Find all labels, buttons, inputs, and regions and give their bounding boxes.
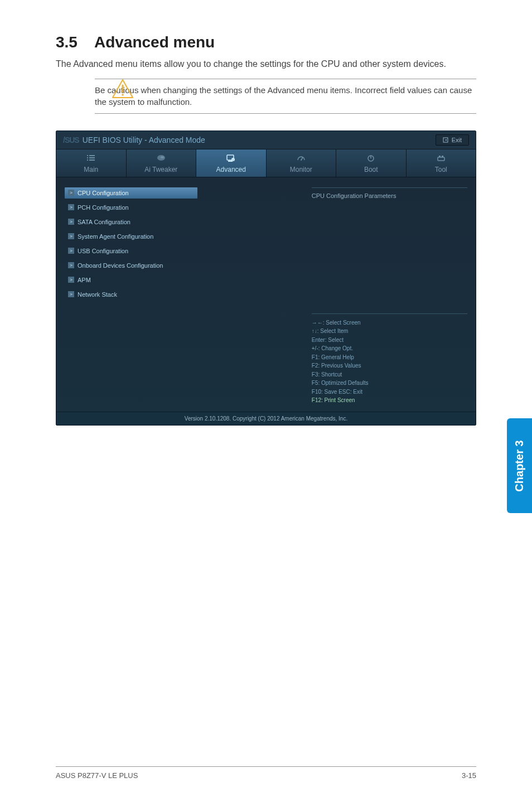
advanced-icon: i: [196, 154, 266, 163]
chapter-side-tab: Chapter 3: [507, 418, 532, 513]
bios-brand-logo: /SUS: [63, 136, 79, 144]
hint-line: Enter: Select: [312, 336, 467, 345]
menu-item-label: System Agent Configuration: [78, 233, 153, 240]
hint-line: F3: Shortcut: [312, 370, 467, 379]
svg-rect-22: [442, 156, 443, 157]
tab-main[interactable]: Main: [56, 149, 127, 177]
menu-item-system-agent-configuration[interactable]: >System Agent Configuration: [65, 231, 306, 242]
tweaker-icon: [127, 154, 196, 163]
chevron-right-icon: >: [68, 262, 74, 268]
footer-right: 3-15: [462, 771, 476, 780]
chapter-side-tab-label: Chapter 3: [513, 440, 526, 491]
svg-text:i: i: [233, 158, 234, 161]
tab-boot[interactable]: Boot: [336, 149, 407, 177]
section-number: 3.5: [56, 33, 78, 51]
chevron-right-icon: >: [68, 248, 74, 254]
hint-line: F1: General Help: [312, 353, 467, 362]
chevron-right-icon: >: [68, 204, 74, 210]
tab-label: Advanced: [196, 166, 266, 173]
menu-item-cpu-configuration[interactable]: >CPU Configuration: [65, 187, 197, 199]
menu-item-label: Onboard Devices Configuration: [78, 262, 163, 269]
svg-rect-20: [438, 157, 444, 161]
chevron-right-icon: >: [68, 291, 74, 297]
menu-item-label: PCH Configuration: [78, 204, 129, 211]
menu-item-usb-configuration[interactable]: >USB Configuration: [65, 245, 306, 257]
hint-line: +/-: Change Opt.: [312, 344, 467, 353]
menu-item-label: USB Configuration: [78, 248, 128, 254]
warning-icon: [112, 79, 134, 101]
exit-label: Exit: [452, 137, 462, 143]
tab-label: Monitor: [267, 166, 336, 173]
footer-left: ASUS P8Z77-V LE PLUS: [56, 771, 138, 780]
menu-item-onboard-devices-configuration[interactable]: >Onboard Devices Configuration: [65, 260, 306, 271]
svg-point-2: [122, 94, 124, 96]
menu-item-sata-configuration[interactable]: >SATA Configuration: [65, 216, 306, 228]
tool-icon: [407, 154, 476, 163]
tab-bar: MainAi TweakeriAdvancedMonitorBootTool: [56, 149, 476, 177]
menu-item-label: APM: [78, 277, 91, 283]
menu-item-label: Network Stack: [78, 291, 117, 298]
tab-label: Tool: [407, 166, 476, 173]
menu-item-label: SATA Configuration: [78, 219, 130, 225]
exit-icon: [443, 137, 448, 143]
menu-item-apm[interactable]: >APM: [65, 274, 306, 286]
bios-utility-title: UEFI BIOS Utility - Advanced Mode: [83, 136, 205, 144]
section-heading: 3.5Advanced menu: [56, 33, 476, 51]
section-description: The Advanced menu items allow you to cha…: [56, 58, 476, 70]
svg-point-11: [161, 156, 164, 158]
menu-item-pch-configuration[interactable]: >PCH Configuration: [65, 202, 306, 213]
hint-line: F2: Previous Values: [312, 361, 467, 370]
hints-panel: →←: Select Screen↑↓: Select ItemEnter: S…: [312, 313, 467, 405]
chevron-right-icon: >: [68, 277, 74, 283]
page-footer: ASUS P8Z77-V LE PLUS 3-15: [56, 766, 476, 780]
svg-point-17: [301, 160, 302, 161]
hint-line: F10: Save ESC: Exit: [312, 388, 467, 397]
power-icon: [336, 154, 406, 163]
chevron-right-icon: >: [68, 190, 74, 196]
monitor-icon: [267, 154, 336, 163]
bios-window: /SUS UEFI BIOS Utility - Advanced Mode E…: [56, 131, 476, 426]
hint-line: F5: Optimized Defaults: [312, 379, 467, 388]
list-icon: [56, 154, 126, 163]
tab-label: Boot: [336, 166, 406, 173]
hint-line: F12: Print Screen: [312, 396, 467, 405]
tab-label: Ai Tweaker: [127, 166, 196, 173]
exit-button[interactable]: Exit: [436, 134, 469, 146]
hint-line: →←: Select Screen: [312, 318, 467, 327]
tab-ai-tweaker[interactable]: Ai Tweaker: [127, 149, 197, 177]
chevron-right-icon: >: [68, 219, 74, 225]
tab-tool[interactable]: Tool: [407, 149, 476, 177]
chevron-right-icon: >: [68, 233, 74, 239]
menu-item-label: CPU Configuration: [78, 190, 129, 196]
hint-line: ↑↓: Select Item: [312, 327, 467, 336]
bios-titlebar: /SUS UEFI BIOS Utility - Advanced Mode E…: [56, 131, 476, 149]
svg-rect-21: [439, 156, 441, 157]
info-panel-title: CPU Configuration Parameters: [312, 187, 467, 199]
tab-advanced[interactable]: iAdvanced: [196, 149, 267, 177]
warning-text: Be cautious when changing the settings o…: [95, 85, 476, 108]
svg-rect-13: [228, 161, 233, 162]
section-title: Advanced menu: [94, 33, 215, 51]
tab-label: Main: [56, 166, 126, 173]
menu-item-network-stack[interactable]: >Network Stack: [65, 289, 306, 300]
bios-footer: Version 2.10.1208. Copyright (C) 2012 Am…: [56, 412, 476, 425]
menu-list: >CPU Configuration>PCH Configuration>SAT…: [65, 187, 306, 405]
tab-monitor[interactable]: Monitor: [267, 149, 337, 177]
